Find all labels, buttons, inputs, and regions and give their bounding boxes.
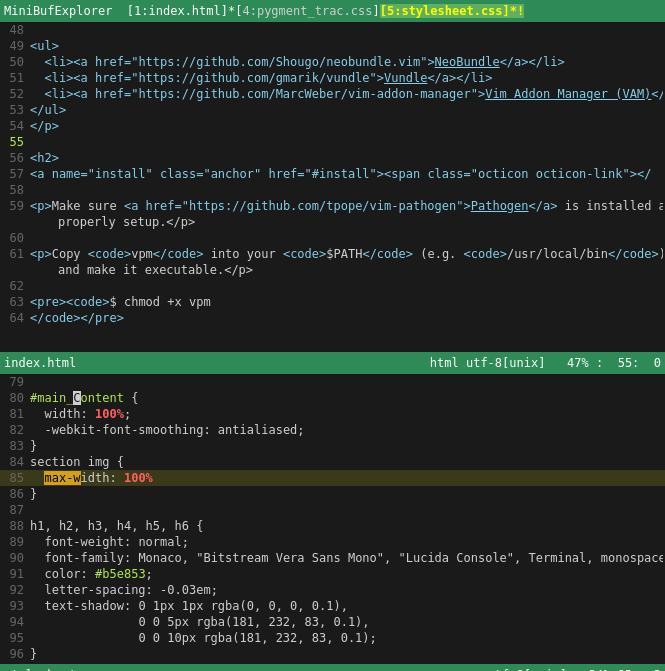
table-row: 93 text-shadow: 0 1px 1px rgba(0, 0, 0, … <box>0 598 665 614</box>
line-number: 50 <box>2 54 30 70</box>
line-content <box>30 278 663 294</box>
table-row: 82 -webkit-font-smoothing: antialiased; <box>0 422 665 438</box>
line-number: 90 <box>2 550 30 566</box>
table-row: 96 } <box>0 646 665 662</box>
tab-stylesheet-css-active[interactable]: [5:stylesheet.css]*! <box>380 4 525 18</box>
line-number: 88 <box>2 518 30 534</box>
line-number: 87 <box>2 502 30 518</box>
tab-index-html[interactable]: [1:index.html]* <box>127 4 235 18</box>
line-number: 92 <box>2 582 30 598</box>
line-content: font-weight: normal; <box>30 534 663 550</box>
table-row: 52 <li><a href="https://github.com/MarcW… <box>0 86 665 102</box>
table-row: 59 <p>Make sure <a href="https://github.… <box>0 198 665 214</box>
pane1-position: html utf-8[unix] 47% : 55: 0 <box>430 354 661 372</box>
line-number: 56 <box>2 150 30 166</box>
table-row: 58 <box>0 182 665 198</box>
table-row: 95 0 0 10px rgba(181, 232, 83, 0.1); <box>0 630 665 646</box>
table-row: 88 h1, h2, h3, h4, h5, h6 { <box>0 518 665 534</box>
pane1-status-bar: index.html html utf-8[unix] 47% : 55: 0 <box>0 352 665 374</box>
line-number: 52 <box>2 86 30 102</box>
pane2-filename: stylesheet.css <box>4 666 105 671</box>
line-number: 61 <box>2 246 30 262</box>
line-content: </code></pre> <box>30 310 663 326</box>
line-content: <p>Copy <code>vpm</code> into your <code… <box>30 246 663 262</box>
table-row: properly setup.</p> <box>0 214 665 230</box>
table-row: 79 <box>0 374 665 390</box>
table-row: 54 </p> <box>0 118 665 134</box>
table-row: 97 <box>0 662 665 664</box>
line-number: 64 <box>2 310 30 326</box>
line-number: 89 <box>2 534 30 550</box>
table-row: 49 <ul> <box>0 38 665 54</box>
table-row: 64 </code></pre> <box>0 310 665 326</box>
line-number <box>2 214 30 230</box>
minibuf-label: MiniBufExplorer <box>4 4 112 18</box>
line-content <box>30 22 663 38</box>
line-number: 54 <box>2 118 30 134</box>
line-content: width: 100%; <box>30 406 663 422</box>
pane2-status-bar: stylesheet.css css utf-8[unix] 34% 85: 3 <box>0 664 665 671</box>
line-number: 84 <box>2 454 30 470</box>
line-content: color: #b5e853; <box>30 566 663 582</box>
line-content: -webkit-font-smoothing: antialiased; <box>30 422 663 438</box>
line-number: 91 <box>2 566 30 582</box>
line-number: 83 <box>2 438 30 454</box>
line-number: 62 <box>2 278 30 294</box>
line-number: 93 <box>2 598 30 614</box>
line-content: 0 0 10px rgba(181, 232, 83, 0.1); <box>30 630 663 646</box>
line-content: #main_Content { <box>30 390 663 406</box>
table-row: 50 <li><a href="https://github.com/Shoug… <box>0 54 665 70</box>
line-number: 63 <box>2 294 30 310</box>
minibuf-tabs[interactable]: [1:index.html]*[4:pygment_trac.css][5:st… <box>120 4 525 18</box>
table-row: 53 </ul> <box>0 102 665 118</box>
table-row: 85 max-width: 100% <box>0 470 665 486</box>
table-row: 56 <h2> <box>0 150 665 166</box>
line-content: <a name="install" class="anchor" href="#… <box>30 166 663 182</box>
line-number: 55 <box>2 134 30 150</box>
pane2-code-area: 79 80 #main_Content { 81 width: 100%; 82… <box>0 374 665 664</box>
line-content: max-width: 100% <box>30 470 663 486</box>
line-content: </ul> <box>30 102 663 118</box>
line-number: 80 <box>2 390 30 406</box>
table-row: 92 letter-spacing: -0.03em; <box>0 582 665 598</box>
line-content: </p> <box>30 118 663 134</box>
line-number: 82 <box>2 422 30 438</box>
table-row: 61 <p>Copy <code>vpm</code> into your <c… <box>0 246 665 262</box>
line-number: 58 <box>2 182 30 198</box>
table-row: 57 <a name="install" class="anchor" href… <box>0 166 665 182</box>
line-number: 49 <box>2 38 30 54</box>
line-number: 60 <box>2 230 30 246</box>
line-number: 81 <box>2 406 30 422</box>
line-number: 51 <box>2 70 30 86</box>
table-row: 83 } <box>0 438 665 454</box>
line-content: <li><a href="https://github.com/gmarik/v… <box>30 70 663 86</box>
line-number <box>2 262 30 278</box>
pane1-filename: index.html <box>4 354 76 372</box>
table-row: 91 color: #b5e853; <box>0 566 665 582</box>
table-row: 94 0 0 5px rgba(181, 232, 83, 0.1), <box>0 614 665 630</box>
table-row: 60 <box>0 230 665 246</box>
line-content: section img { <box>30 454 663 470</box>
pane2-position: css utf-8[unix] 34% 85: 3 <box>459 666 661 671</box>
line-number: 95 <box>2 630 30 646</box>
line-content: font-family: Monaco, "Bitstream Vera San… <box>30 550 663 566</box>
line-content <box>30 662 663 664</box>
table-row: 62 <box>0 278 665 294</box>
table-row: 63 <pre><code>$ chmod +x vpm <box>0 294 665 310</box>
line-number: 59 <box>2 198 30 214</box>
line-content: 0 0 5px rgba(181, 232, 83, 0.1), <box>30 614 663 630</box>
table-row: 90 font-family: Monaco, "Bitstream Vera … <box>0 550 665 566</box>
line-content: } <box>30 486 663 502</box>
line-content: <h2> <box>30 150 663 166</box>
table-row: 81 width: 100%; <box>0 406 665 422</box>
line-content: properly setup.</p> <box>30 214 663 230</box>
line-content <box>30 230 663 246</box>
line-number: 96 <box>2 646 30 662</box>
table-row: 86 } <box>0 486 665 502</box>
line-number: 85 <box>2 470 30 486</box>
line-content: <li><a href="https://github.com/MarcWebe… <box>30 86 663 102</box>
table-row: 84 section img { <box>0 454 665 470</box>
line-content: } <box>30 646 663 662</box>
table-row: 55 <box>0 134 665 150</box>
line-number: 79 <box>2 374 30 390</box>
